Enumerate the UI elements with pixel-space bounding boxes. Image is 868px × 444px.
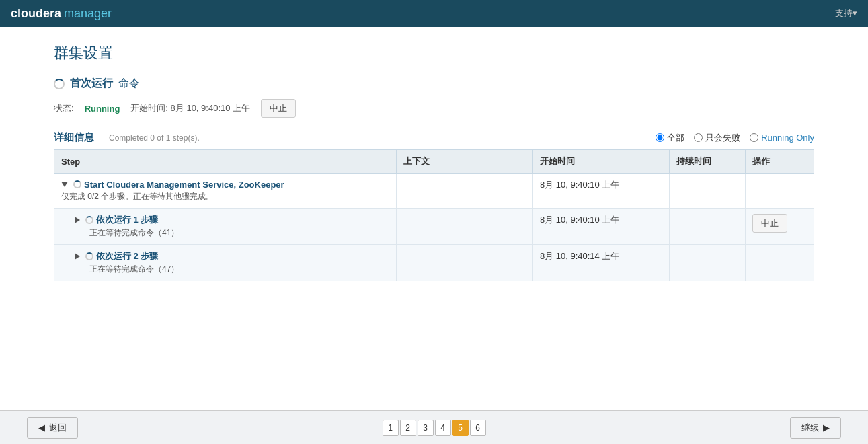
filter-running-option[interactable]: Running Only [750, 133, 814, 143]
logo-manager: manager [64, 7, 112, 21]
col-header-context: 上下文 [396, 150, 532, 174]
filter-running-label: Running Only [761, 133, 814, 143]
logo-cloudera: cloudera [11, 7, 61, 21]
col-header-action: 操作 [746, 150, 814, 174]
support-menu[interactable]: 支持▾ [835, 7, 857, 20]
step-cell: 依次运行 1 步骤 正在等待完成命令（41） [54, 208, 397, 244]
duration-cell [670, 174, 746, 209]
start-time: 开始时间: 8月 10, 9:40:10 上午 [130, 102, 250, 114]
step-name: Start Cloudera Management Service, ZooKe… [84, 180, 284, 190]
main-content: 群集设置 首次运行 命令 状态: Running 开始时间: 8月 10, 9:… [0, 27, 868, 297]
status-value: Running [85, 104, 120, 114]
expand-icon [61, 182, 68, 187]
col-header-start: 开始时间 [532, 150, 669, 174]
command-label: 命令 [118, 77, 140, 91]
filter-fail-radio[interactable] [694, 133, 703, 142]
status-row: 状态: Running 开始时间: 8月 10, 9:40:10 上午 中止 [54, 99, 814, 118]
row-toggle[interactable]: Start Cloudera Management Service, ZooKe… [61, 180, 284, 190]
col-header-duration: 持续时间 [670, 150, 746, 174]
expand-icon [75, 253, 80, 260]
header: cloudera manager 支持▾ [0, 0, 868, 27]
table-row: Start Cloudera Management Service, ZooKe… [54, 174, 814, 209]
step-sub-text: 正在等待完成命令（47） [75, 264, 389, 275]
page-title: 群集设置 [54, 43, 814, 63]
table-header-row: Step 上下文 开始时间 持续时间 操作 [54, 150, 814, 174]
details-title: 详细信息 [54, 131, 94, 144]
table-row: 依次运行 2 步骤 正在等待完成命令（47） 8月 10, 9:40:14 上午 [54, 244, 814, 281]
filter-all-option[interactable]: 全部 [656, 132, 684, 144]
filter-all-radio[interactable] [656, 133, 664, 142]
row-spinner-icon [85, 216, 93, 224]
child-abort-button[interactable]: 中止 [752, 214, 787, 233]
command-header: 首次运行 命令 [54, 77, 814, 91]
step-name: 依次运行 1 步骤 [96, 214, 158, 226]
context-cell [396, 244, 532, 281]
context-cell [396, 208, 532, 244]
spinner-icon [54, 79, 65, 89]
step-cell: Start Cloudera Management Service, ZooKe… [54, 174, 397, 209]
action-cell [746, 244, 814, 281]
table-row: 依次运行 1 步骤 正在等待完成命令（41） 8月 10, 9:40:10 上午… [54, 208, 814, 244]
start-time-cell: 8月 10, 9:40:10 上午 [532, 174, 669, 209]
start-time-cell: 8月 10, 9:40:14 上午 [532, 244, 669, 281]
row-spinner-icon [85, 252, 93, 260]
filter-fail-label: 只会失败 [705, 132, 740, 144]
status-prefix: 状态: [54, 102, 74, 114]
steps-table: Step 上下文 开始时间 持续时间 操作 Start Cloudera Man… [54, 149, 814, 281]
details-progress: Completed 0 of 1 step(s). [109, 133, 200, 143]
abort-button[interactable]: 中止 [261, 99, 296, 118]
filter-fail-option[interactable]: 只会失败 [694, 132, 740, 144]
step-sub-text: 正在等待完成命令（41） [75, 227, 389, 239]
row-toggle[interactable]: 依次运行 2 步骤 [75, 250, 158, 262]
duration-cell [670, 244, 746, 281]
details-header: 详细信息 Completed 0 of 1 step(s). 全部 只会失败 R… [54, 131, 814, 144]
expand-icon [75, 217, 80, 223]
context-cell [396, 174, 532, 209]
start-time-cell: 8月 10, 9:40:10 上午 [532, 208, 669, 244]
action-cell [746, 174, 814, 209]
duration-cell [670, 208, 746, 244]
filter-group: 全部 只会失败 Running Only [656, 132, 814, 144]
step-sub-text: 仅完成 0/2 个步骤。正在等待其他骤完成。 [61, 191, 389, 202]
filter-all-label: 全部 [667, 132, 684, 144]
step-name: 依次运行 2 步骤 [96, 250, 158, 262]
logo: cloudera manager [11, 7, 112, 21]
action-cell: 中止 [746, 208, 814, 244]
filter-running-radio[interactable] [750, 133, 758, 142]
row-toggle[interactable]: 依次运行 1 步骤 [75, 214, 158, 226]
col-header-step: Step [54, 150, 397, 174]
step-cell: 依次运行 2 步骤 正在等待完成命令（47） [54, 244, 397, 281]
first-run-label: 首次运行 [70, 77, 113, 91]
row-spinner-icon [73, 180, 81, 188]
